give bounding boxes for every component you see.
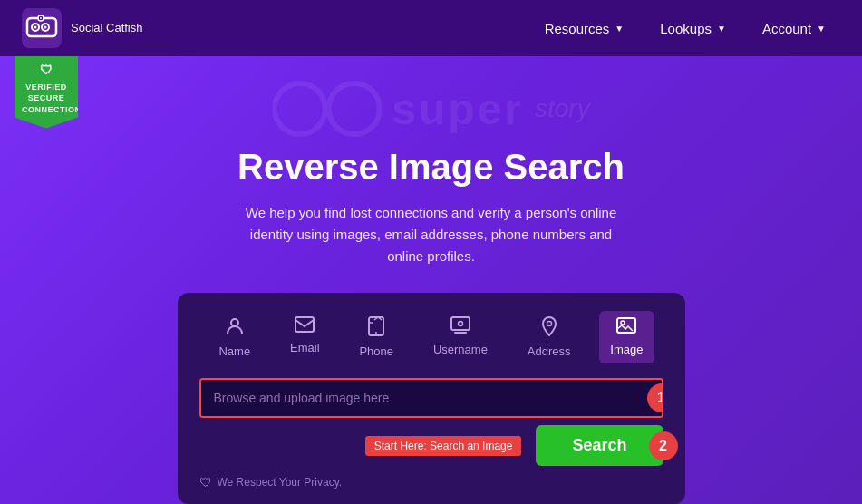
tab-name[interactable]: Name xyxy=(208,311,261,363)
lookups-caret: ▼ xyxy=(717,24,726,34)
account-caret: ▼ xyxy=(817,24,826,34)
logo-icon xyxy=(22,8,62,48)
tab-email[interactable]: Email xyxy=(279,311,331,363)
search-row-container: 1 xyxy=(199,378,663,418)
hero-section: 🛡 VERIFIED SECURE CONNECTION super story… xyxy=(0,56,862,504)
svg-point-2 xyxy=(34,26,37,29)
tab-image[interactable]: Image xyxy=(599,311,654,363)
tab-phone[interactable]: Phone xyxy=(348,311,404,363)
privacy-text: We Respect Your Privacy. xyxy=(218,476,343,489)
email-icon xyxy=(295,316,315,337)
search-tabs: Name Email xyxy=(199,311,663,363)
username-icon xyxy=(450,316,470,339)
search-row: 1 xyxy=(199,378,663,418)
page-title: Reverse Image Search xyxy=(237,147,625,188)
svg-point-6 xyxy=(40,17,42,19)
tab-phone-label: Phone xyxy=(359,344,393,358)
navbar: Social Catfish Resources ▼ Lookups ▼ Acc… xyxy=(0,0,862,56)
watermark: super story xyxy=(272,73,589,145)
lookups-link[interactable]: Lookups ▼ xyxy=(645,14,741,44)
tab-name-label: Name xyxy=(218,344,250,358)
address-icon xyxy=(541,316,557,341)
hero-subtitle: We help you find lost connections and ve… xyxy=(241,202,622,267)
step2-badge: 2 xyxy=(649,431,678,460)
image-search-input[interactable] xyxy=(201,380,662,416)
name-icon xyxy=(225,316,245,341)
phone-icon xyxy=(367,316,385,341)
tab-username-label: Username xyxy=(433,343,488,356)
verified-badge: 🛡 VERIFIED SECURE CONNECTION xyxy=(15,56,78,128)
tab-email-label: Email xyxy=(290,341,320,354)
svg-point-9 xyxy=(231,319,238,326)
image-icon xyxy=(616,316,636,339)
tab-image-label: Image xyxy=(610,343,643,356)
tab-address[interactable]: Address xyxy=(517,311,582,363)
privacy-note: 🛡 We Respect Your Privacy. xyxy=(199,475,663,489)
svg-point-4 xyxy=(44,26,47,29)
logo: Social Catfish xyxy=(22,8,142,48)
svg-rect-12 xyxy=(451,317,470,330)
search-button-wrapper: Search 2 xyxy=(536,425,663,466)
resources-caret: ▼ xyxy=(615,24,624,34)
tab-address-label: Address xyxy=(528,344,571,358)
navbar-links: Resources ▼ Lookups ▼ Account ▼ xyxy=(530,14,840,44)
search-button[interactable]: Search xyxy=(536,425,663,466)
logo-text: Social Catfish xyxy=(71,21,142,35)
svg-rect-10 xyxy=(295,317,314,332)
resources-link[interactable]: Resources ▼ xyxy=(530,14,639,44)
tab-username[interactable]: Username xyxy=(422,311,499,363)
svg-point-13 xyxy=(458,322,462,326)
account-link[interactable]: Account ▼ xyxy=(748,14,840,44)
svg-point-14 xyxy=(547,322,551,326)
hint-label: Start Here: Search an Image xyxy=(365,436,522,456)
svg-point-7 xyxy=(274,83,324,134)
svg-point-11 xyxy=(375,332,377,334)
search-card: Name Email xyxy=(178,293,685,504)
input-wrapper: 1 xyxy=(201,380,662,416)
search-actions: Start Here: Search an Image Search 2 xyxy=(199,425,663,466)
svg-point-16 xyxy=(621,321,625,325)
svg-point-8 xyxy=(328,83,379,134)
shield-small-icon: 🛡 xyxy=(199,475,212,489)
